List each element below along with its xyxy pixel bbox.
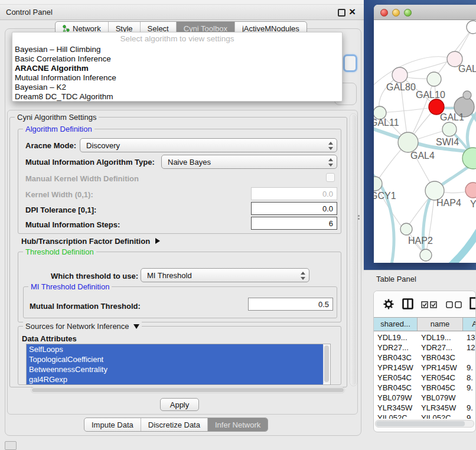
window-top-strip <box>0 0 366 5</box>
close-icon[interactable]: × <box>349 5 356 18</box>
export-table-icon[interactable] <box>470 297 476 312</box>
network-graph[interactable]: GAL8GAL80GAL10GAL1GAL11GAL4SWI4GCY1HAP4Y… <box>374 20 476 263</box>
updown-arrows-icon <box>328 141 332 151</box>
scrollbar-thumb[interactable] <box>324 345 329 382</box>
sources-toggle[interactable]: Sources for Network Inference <box>23 322 142 331</box>
attribute-item-gal4rgexp[interactable]: gal4RGexp <box>27 374 323 384</box>
data-attributes-list[interactable]: SelfLoopsTopologicalCoefficientBetweenne… <box>26 344 331 385</box>
table-cell: YER054C <box>374 373 418 383</box>
attribute-item-topologicalcoefficient[interactable]: TopologicalCoefficient <box>27 354 323 364</box>
network-node-y[interactable] <box>465 182 476 198</box>
table-row[interactable]: YBL079WYBL079W <box>374 393 476 403</box>
checked-columns-icon[interactable] <box>421 300 438 311</box>
tab-impute-data[interactable]: Impute Data <box>84 418 141 431</box>
which-threshold-combo[interactable]: MI Threshold <box>141 268 309 282</box>
column-header-name[interactable]: name <box>418 318 463 331</box>
minimize-traffic-light-icon[interactable] <box>392 9 400 17</box>
settings-gear-icon[interactable] <box>383 298 395 312</box>
scrollbar-thumb[interactable] <box>376 421 465 426</box>
table-cell: YLR345W <box>418 403 463 413</box>
attribute-item-betweennesscentrality[interactable]: BetweennessCentrality <box>27 364 323 374</box>
node-label: SWI4 <box>436 137 459 147</box>
sources-title: Sources for Network Inference <box>25 322 129 331</box>
node-label: HAP4 <box>436 198 461 208</box>
unchecked-columns-icon[interactable] <box>446 300 462 311</box>
hub-definition-toggle[interactable]: Hub/Transcription Factor Definition <box>21 236 160 246</box>
network-canvas[interactable]: GAL8GAL80GAL10GAL1GAL11GAL4SWI4GCY1HAP4Y… <box>374 20 476 263</box>
zoom-traffic-light-icon[interactable] <box>404 9 412 17</box>
scrollbar-thumb[interactable] <box>351 115 356 385</box>
settings-horizontal-scrollbar[interactable] <box>31 387 345 393</box>
algorithm-option-aracne-algorithm[interactable]: ARACNE Algorithm <box>12 64 342 73</box>
algorithm-option-dream8-dc-tdc-algorithm[interactable]: Dream8 DC_TDC Algorithm <box>12 92 342 102</box>
network-node-swi4[interactable] <box>442 122 457 136</box>
apply-button[interactable]: Apply <box>160 398 199 411</box>
mi-steps-field[interactable]: 6 <box>251 217 337 230</box>
table-cell: YIL052C <box>418 413 463 419</box>
algorithm-option-bayesian-k2[interactable]: Bayesian – K2 <box>12 83 342 92</box>
node-label: GAL4 <box>410 151 435 161</box>
network-node-gal80[interactable] <box>392 67 407 83</box>
table-cell: 9. <box>463 403 476 413</box>
dpi-tolerance-field[interactable]: 0.0 <box>251 202 337 215</box>
network-node[interactable] <box>463 91 471 99</box>
scrollbar-thumb[interactable] <box>32 388 344 392</box>
network-window-titlebar[interactable] <box>374 5 476 20</box>
network-node-gal4[interactable] <box>398 132 418 152</box>
mi-threshold-field[interactable]: 0.5 <box>248 298 333 311</box>
table-cell: YDR27... <box>374 343 418 353</box>
kernel-width-field[interactable]: 0.0 <box>251 187 337 200</box>
mi-threshold-label: Mutual Information Threshold: <box>30 302 141 311</box>
table-cell <box>463 393 476 403</box>
split-table-icon[interactable] <box>402 298 413 312</box>
column-header-a[interactable]: A <box>463 318 476 331</box>
algorithm-option-mutual-information-inference[interactable]: Mutual Information Inference <box>12 73 342 83</box>
table-cell <box>463 353 476 363</box>
panel-corner-button[interactable] <box>5 441 17 450</box>
node-label: GAL11 <box>374 118 399 128</box>
table-row[interactable]: YDR27...YDR27...12 <box>374 343 476 353</box>
table-cell: YPR145W <box>418 363 463 373</box>
table-row[interactable]: YLR345WYLR345W9. <box>374 403 476 413</box>
split-pane-handle[interactable] <box>358 215 360 220</box>
network-node[interactable] <box>420 249 432 261</box>
table-row[interactable]: YDL19...YDL19...13 <box>374 332 476 343</box>
table-row[interactable]: YBR045CYBR045C9. <box>374 383 476 393</box>
network-node-gal10[interactable] <box>427 72 441 86</box>
table-cell: YDR27... <box>418 343 463 353</box>
algorithm-option-bayesian-hill-climbing[interactable]: Bayesian – Hill Climbing <box>12 45 342 54</box>
table-row[interactable]: YER054CYER054C8. <box>374 373 476 383</box>
manual-kernel-checkbox[interactable] <box>326 173 335 182</box>
algorithm-option-basic-correlation-inference[interactable]: Basic Correlation Inference <box>12 54 342 64</box>
table-horizontal-scrollbar[interactable] <box>375 420 474 428</box>
settings-vertical-scrollbar[interactable] <box>350 113 357 386</box>
table-row[interactable]: YBR043CYBR043C <box>374 353 476 363</box>
tab-label: Discretize Data <box>148 420 200 429</box>
table-row[interactable]: YIL052CYIL052C9 <box>374 413 476 419</box>
table-cell: YBR045C <box>418 383 463 393</box>
kernel-width-label: Kernel Width (0,1): <box>25 190 93 199</box>
group-title: MI Threshold Definition <box>28 282 112 291</box>
column-header-shared-[interactable]: shared... <box>374 318 418 331</box>
node-label: GAL80 <box>386 82 416 92</box>
table-rows: YDL19...YDL19...13YDR27...YDR27...12YBR0… <box>374 332 476 419</box>
aracne-mode-combo[interactable]: Discovery <box>80 138 337 152</box>
network-node-hap2[interactable] <box>400 223 412 235</box>
table-panel-title: Table Panel <box>376 275 416 283</box>
algorithm-definition-group: Algorithm Definition Aracne Mode: Discov… <box>18 129 341 234</box>
network-view-window[interactable]: GAL8GAL80GAL10GAL1GAL11GAL4SWI4GCY1HAP4Y… <box>374 5 476 263</box>
group-title: Algorithm Definition <box>23 125 94 133</box>
table-cell: YBL079W <box>374 393 418 403</box>
table-row[interactable]: YPR145WYPR145W9. <box>374 363 476 373</box>
table-cell: YDL19... <box>374 332 418 343</box>
close-traffic-light-icon[interactable] <box>380 9 388 17</box>
table-cell: YBL079W <box>418 393 463 403</box>
attribute-item-selfloops[interactable]: SelfLoops <box>27 344 323 354</box>
tab-infer-network[interactable]: Infer Network <box>207 418 268 431</box>
network-node[interactable] <box>467 21 476 34</box>
float-icon[interactable] <box>338 9 345 17</box>
list-scrollbar[interactable] <box>323 345 330 384</box>
updown-arrows-icon <box>300 271 305 281</box>
mi-type-combo[interactable]: Naive Bayes <box>161 155 337 169</box>
tab-discretize-data[interactable]: Discretize Data <box>141 418 207 431</box>
